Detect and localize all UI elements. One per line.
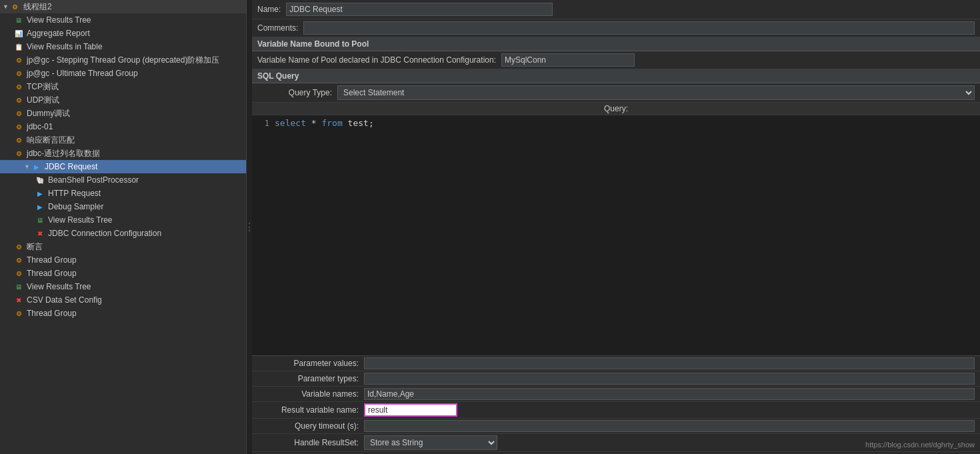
sidebar-item-label: jp@gc - Ultimate Thread Group (27, 69, 138, 78)
query-type-select[interactable]: Select Statement Update Statement Callab… (337, 85, 975, 100)
right-panel: Name: Comments: Variable Name Bound to P… (252, 0, 980, 454)
thread-group-icon: ⚙ (10, 1, 21, 12)
sidebar-item-label: CSV Data Set Config (27, 295, 102, 305)
sidebar-item-thread-group-2[interactable]: ▼ ⚙ 线程组2 (0, 0, 246, 13)
query-timeout-row: Query timeout (s): (252, 419, 980, 434)
sidebar-item-debug-sampler[interactable]: ▶ Debug Sampler (0, 200, 246, 213)
sidebar-item-jdbc-column[interactable]: ⚙ jdbc-通过列名取数据 (0, 147, 246, 160)
stepping-icon: ⚙ (13, 55, 24, 65)
sidebar-item-jdbc-01[interactable]: ⚙ jdbc-01 (0, 120, 246, 133)
sidebar-item-assertion[interactable]: ⚙ 断言 (0, 240, 246, 253)
sidebar-item-label: UDP测试 (27, 95, 59, 106)
pool-variable-input[interactable] (501, 53, 635, 67)
handle-result-label: Handle ResultSet: (257, 438, 364, 447)
aggregate-icon: 📊 (13, 28, 24, 39)
sidebar-item-jdbc-connection-config[interactable]: ✖ JDBC Connection Configuration (0, 227, 246, 240)
sidebar-item-label: Dummy调试 (27, 108, 70, 119)
sidebar-item-beanshell-post[interactable]: 🐚 BeanShell PostProcessor (0, 173, 246, 187)
sidebar-item-jp-gc-stepping[interactable]: ⚙ jp@gc - Stepping Thread Group (depreca… (0, 53, 246, 67)
assertion-icon: ⚙ (13, 241, 24, 252)
code-editor[interactable]: 1 select * from test; (252, 115, 980, 355)
sidebar-item-view-results-tree-2[interactable]: 🖥 View Results Tree (0, 213, 246, 227)
variable-name-section-header: Variable Name Bound to Pool (252, 37, 980, 51)
sidebar-item-label: jp@gc - Stepping Thread Group (deprecate… (27, 55, 219, 66)
jdbc-column-icon: ⚙ (13, 148, 24, 159)
thread-group-b-icon: ⚙ (13, 268, 24, 279)
sidebar-item-label: BeanShell PostProcessor (48, 175, 139, 185)
sidebar-item-http-request[interactable]: ▶ HTTP Request (0, 187, 246, 200)
sidebar-item-label: JDBC Request (45, 162, 97, 171)
jdbc-request-icon: ▶ (31, 161, 42, 172)
view-results-tree-2-icon: 🖥 (35, 215, 45, 225)
result-var-input[interactable] (364, 403, 457, 417)
param-values-row: Parameter values: (252, 356, 980, 371)
line-number: 1 (255, 119, 275, 128)
query-label: Query: (604, 104, 628, 113)
thread-group-a-icon: ⚙ (13, 255, 24, 265)
sidebar-item-label: Thread Group (27, 255, 77, 265)
sidebar-item-aggregate-report[interactable]: 📊 Aggregate Report (0, 27, 246, 40)
sidebar-item-thread-group-b[interactable]: ⚙ Thread Group (0, 267, 246, 280)
ultimate-icon: ⚙ (13, 68, 24, 79)
name-input[interactable] (286, 3, 553, 16)
sidebar-item-tcp-test[interactable]: ⚙ TCP测试 (0, 80, 246, 93)
jdbc-conn-config-icon: ✖ (35, 228, 45, 239)
sidebar-item-dummy-test[interactable]: ⚙ Dummy调试 (0, 107, 246, 120)
comments-label: Comments: (257, 23, 298, 33)
param-types-input[interactable] (364, 373, 975, 385)
handle-result-select[interactable]: Store as String Store as Object Count Re… (364, 435, 497, 450)
query-timeout-input[interactable] (364, 420, 975, 432)
result-var-row: Result variable name: (252, 402, 980, 419)
comments-input[interactable] (303, 21, 975, 35)
sidebar-item-view-results-tree-1[interactable]: 🖥 View Results Tree (0, 13, 246, 27)
tcp-icon: ⚙ (13, 81, 24, 92)
sidebar-item-label: Thread Group (27, 309, 77, 318)
pool-variable-row: Variable Name of Pool declared in JDBC C… (252, 51, 980, 69)
http-request-icon: ▶ (35, 188, 45, 199)
query-content-header: Query: (252, 103, 980, 115)
watermark: https://blog.csdn.net/dghrty_show (865, 441, 975, 449)
expand-arrow: ▼ (3, 3, 9, 10)
sidebar-item-label: 线程组2 (23, 1, 52, 13)
view-results-icon: 🖥 (13, 15, 24, 25)
sidebar-item-label: HTTP Request (48, 189, 101, 198)
sidebar-item-csv-data-set[interactable]: ✖ CSV Data Set Config (0, 293, 246, 307)
name-label: Name: (257, 5, 281, 14)
var-names-row: Variable names: (252, 387, 980, 402)
sidebar-item-response-assert[interactable]: ⚙ 响应断言匹配 (0, 133, 246, 147)
result-var-label: Result variable name: (257, 405, 364, 415)
param-values-label: Parameter values: (257, 359, 364, 368)
results-table-icon: 📋 (13, 41, 24, 52)
param-types-row: Parameter types: (252, 371, 980, 387)
param-types-label: Parameter types: (257, 374, 364, 383)
sidebar-item-jp-gc-ultimate[interactable]: ⚙ jp@gc - Ultimate Thread Group (0, 67, 246, 80)
code-content: select * from test; (275, 118, 374, 128)
panel-divider[interactable] (247, 0, 252, 454)
sidebar-item-label: 响应断言匹配 (27, 135, 75, 146)
sidebar-item-label: Thread Group (27, 269, 77, 278)
debug-sampler-icon: ▶ (35, 201, 45, 212)
sidebar-item-label: View Results Tree (27, 15, 91, 25)
beanshell-icon: 🐚 (35, 175, 45, 185)
sidebar-item-udp-test[interactable]: ⚙ UDP测试 (0, 93, 246, 107)
var-names-label: Variable names: (257, 389, 364, 399)
sidebar-item-label: jdbc-01 (27, 122, 53, 131)
comments-row: Comments: (252, 19, 980, 37)
params-section: Parameter values: Parameter types: Varia… (252, 355, 980, 452)
code-line-1: 1 select * from test; (255, 118, 977, 128)
sidebar-item-label: jdbc-通过列名取数据 (27, 148, 100, 159)
jdbc01-icon: ⚙ (13, 121, 24, 132)
sidebar-item-label: Aggregate Report (27, 29, 90, 38)
udp-icon: ⚙ (13, 95, 24, 105)
sidebar-item-jdbc-request[interactable]: ▼ ▶ JDBC Request (0, 160, 246, 173)
query-type-label: Query Type: (257, 88, 337, 97)
expand-arrow: ▼ (24, 163, 30, 170)
sidebar-item-view-results-tree-3[interactable]: 🖥 View Results Tree (0, 280, 246, 293)
var-names-input[interactable] (364, 388, 975, 400)
sidebar-item-view-results-table[interactable]: 📋 View Results in Table (0, 40, 246, 53)
dummy-icon: ⚙ (13, 108, 24, 119)
response-assert-icon: ⚙ (13, 135, 24, 145)
sidebar-item-thread-group-c[interactable]: ⚙ Thread Group (0, 307, 246, 320)
param-values-input[interactable] (364, 357, 975, 369)
sidebar-item-thread-group-a[interactable]: ⚙ Thread Group (0, 253, 246, 267)
